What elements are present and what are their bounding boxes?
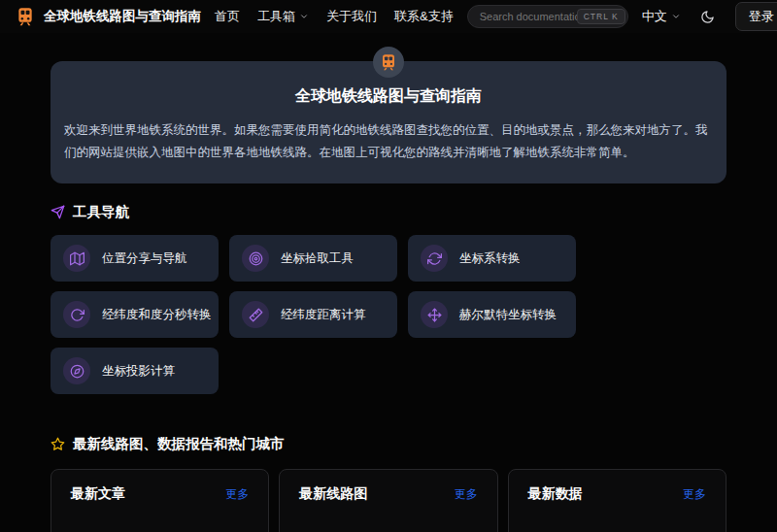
sync-icon xyxy=(421,245,448,272)
tool-card-dms-convert[interactable]: 经纬度和度分秒转换 xyxy=(51,291,219,338)
compass-icon xyxy=(63,357,90,384)
tool-card-distance-calc[interactable]: 经纬度距离计算 xyxy=(229,291,397,338)
search-shortcut-badge: CTRL K xyxy=(577,9,625,24)
moon-icon xyxy=(700,10,715,24)
search-input[interactable] xyxy=(480,11,577,22)
more-link[interactable]: 更多 xyxy=(683,486,706,503)
latest-maps-card: 最新线路图 更多 常州地铁运营时刻表(2025) 大连地铁运营时刻表(2025)… xyxy=(279,469,497,532)
theme-toggle-button[interactable] xyxy=(694,3,722,30)
tool-card-coordinate-picker[interactable]: 坐标拾取工具 xyxy=(229,235,397,282)
map-icon xyxy=(63,245,90,272)
latest-section-heading: 最新线路图、数据报告和热门城市 xyxy=(51,435,726,453)
metro-logo-icon xyxy=(380,53,397,71)
column-title: 最新文章 xyxy=(71,485,125,503)
tools-section-heading: 工具导航 xyxy=(51,203,726,221)
nav-toolbox[interactable]: 工具箱 xyxy=(257,8,309,25)
main-nav: 首页 工具箱 关于我们 联系&支持 xyxy=(215,8,454,25)
tool-card-projection-calc[interactable]: 坐标投影计算 xyxy=(51,348,219,394)
brand[interactable]: 全球地铁线路图与查询指南 xyxy=(16,7,201,26)
main-content: 全球地铁线路图与查询指南 欢迎来到世界地铁系统的世界。如果您需要使用简化的地铁线… xyxy=(0,61,777,532)
top-header: 全球地铁线路图与查询指南 首页 工具箱 关于我们 联系&支持 CTRL K 中文… xyxy=(0,0,777,33)
tool-card-coordinate-system-convert[interactable]: 坐标系转换 xyxy=(408,235,576,282)
hero-description: 欢迎来到世界地铁系统的世界。如果您需要使用简化的地铁线路图查找您的位置、目的地或… xyxy=(64,119,713,164)
tool-card-location-share[interactable]: 位置分享与导航 xyxy=(51,235,219,282)
rotate-icon xyxy=(63,301,90,328)
ruler-icon xyxy=(242,301,269,328)
hero-card: 全球地铁线路图与查询指南 欢迎来到世界地铁系统的世界。如果您需要使用简化的地铁线… xyxy=(51,61,726,183)
move-icon xyxy=(421,301,448,328)
nav-home[interactable]: 首页 xyxy=(215,8,240,25)
metro-logo-icon xyxy=(16,7,35,26)
tool-grid: 位置分享与导航 坐标拾取工具 坐标系转换 经纬度和度分秒转换 xyxy=(51,235,726,394)
column-title: 最新线路图 xyxy=(299,485,367,503)
more-link[interactable]: 更多 xyxy=(225,486,249,503)
language-selector[interactable]: 中文 xyxy=(642,8,681,25)
latest-articles-card: 最新文章 更多 1. High Speed Rail Group reacts … xyxy=(51,469,269,532)
latest-columns: 最新文章 更多 1. High Speed Rail Group reacts … xyxy=(51,469,726,532)
chevron-down-icon xyxy=(299,12,309,21)
star-icon xyxy=(51,437,65,451)
nav-about[interactable]: 关于我们 xyxy=(326,8,377,25)
nav-contact[interactable]: 联系&支持 xyxy=(394,8,454,25)
page-title: 全球地铁线路图与查询指南 xyxy=(64,86,713,107)
site-title: 全球地铁线路图与查询指南 xyxy=(44,8,201,25)
send-icon xyxy=(51,205,65,219)
tool-card-helmert-convert[interactable]: 赫尔默特坐标转换 xyxy=(408,291,576,338)
search-bar[interactable]: CTRL K xyxy=(467,5,628,28)
latest-data-card: 最新数据 更多 北京地铁线路图(2025) 北京地铁客流量趋势图 上海地铁客流量… xyxy=(508,469,726,532)
target-icon xyxy=(242,245,269,272)
hero-badge xyxy=(373,47,404,78)
login-button[interactable]: 登录 xyxy=(735,2,777,31)
more-link[interactable]: 更多 xyxy=(455,486,478,503)
chevron-down-icon xyxy=(671,12,681,21)
column-title: 最新数据 xyxy=(528,485,583,503)
